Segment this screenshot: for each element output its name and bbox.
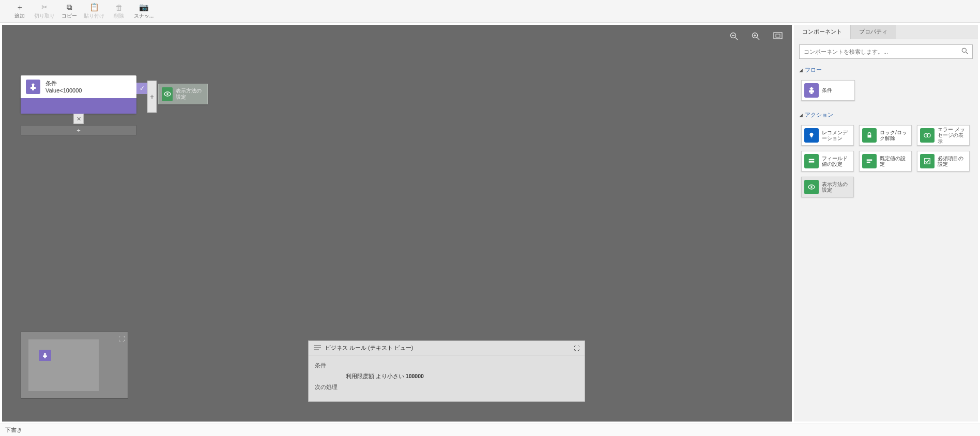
visibility-icon (162, 87, 173, 101)
tab-properties[interactable]: プロパティ (850, 25, 896, 39)
condition-text: 条件 Value<100000 (45, 80, 82, 95)
comp-lock[interactable]: ロック/ロック解除 (859, 125, 912, 146)
zoom-out-icon[interactable] (730, 32, 738, 42)
comp-default-label: 既定値の設定 (880, 155, 909, 167)
rule-op: より小さい (376, 373, 404, 379)
action-node-visibility[interactable]: 表示方法の設定 (158, 84, 208, 104)
triangle-down-icon: ◢ (799, 68, 803, 73)
svg-point-14 (962, 48, 966, 52)
svg-point-10 (166, 93, 169, 95)
search-box[interactable] (799, 44, 973, 59)
comp-condition[interactable]: 条件 (801, 80, 855, 101)
comp-condition-label: 条件 (822, 87, 832, 94)
canvas[interactable]: 条件 Value<100000 ✓ + 表示方法の設定 ✕ + ⛶ (2, 25, 792, 422)
zoom-in-icon[interactable] (752, 32, 760, 42)
paste-button[interactable]: 📋 貼り付け (82, 1, 106, 22)
comp-required[interactable]: 必須項目の設定 (917, 151, 970, 172)
svg-line-15 (966, 52, 968, 54)
svg-point-18 (927, 134, 930, 137)
svg-rect-8 (776, 34, 780, 37)
add-button[interactable]: ＋ 追加 (7, 1, 32, 22)
delete-button[interactable]: 🗑 削除 (106, 1, 131, 22)
condition-head: 条件 Value<100000 (21, 75, 136, 98)
plus-icon: ＋ (16, 3, 24, 12)
add-connector[interactable]: + (147, 81, 157, 113)
text-view-icon (314, 345, 321, 352)
status-text: 下書き (5, 426, 22, 434)
comp-lock-label: ロック/ロック解除 (880, 130, 909, 142)
main: 条件 Value<100000 ✓ + 表示方法の設定 ✕ + ⛶ (0, 23, 980, 424)
condition-action-bar[interactable] (21, 98, 136, 114)
text-view-expand-icon[interactable]: ⛶ (574, 345, 579, 351)
add-row-button[interactable]: + (21, 125, 136, 135)
tab-components[interactable]: コンポーネント (794, 25, 850, 39)
default-icon (862, 154, 877, 168)
condition-icon (804, 83, 819, 98)
comp-recommendation-label: レコメンデーション (822, 130, 851, 142)
if-label: 条件 (315, 361, 578, 370)
add-label: 追加 (14, 12, 25, 20)
panel-tabs: コンポーネント プロパティ (794, 25, 978, 39)
action-grid: レコメンデーション ロック/ロック解除 エラー メッセージの表示 フィールド値の… (794, 121, 978, 206)
svg-rect-20 (809, 161, 815, 163)
flow-grid: 条件 (794, 76, 978, 109)
svg-rect-23 (925, 159, 930, 164)
canvas-controls (730, 32, 783, 42)
condition-node[interactable]: 条件 Value<100000 (21, 75, 136, 114)
action-node-label: 表示方法の設定 (176, 88, 204, 100)
eye-icon (804, 180, 819, 194)
snapshot-button[interactable]: 📷 スナッ... (131, 1, 156, 22)
camera-icon: 📷 (139, 3, 149, 12)
condition-icon (26, 80, 40, 94)
lock-icon (862, 128, 877, 143)
comp-recommendation[interactable]: レコメンデーション (801, 125, 854, 146)
comp-error-label: エラー メッセージの表示 (938, 127, 967, 145)
svg-rect-7 (774, 33, 782, 39)
svg-rect-21 (867, 160, 872, 161)
text-view-panel: ビジネス ルール (テキスト ビュー) ⛶ 条件 利用限度額 より小さい 100… (308, 340, 585, 402)
svg-line-4 (757, 38, 760, 40)
minimap-node-icon (39, 350, 51, 361)
rule-field: 利用限度額 (346, 373, 374, 379)
fit-screen-icon[interactable] (773, 32, 783, 42)
category-flow-label: フロー (805, 66, 822, 74)
paste-icon: 📋 (89, 3, 99, 12)
copy-label: コピー (62, 12, 77, 20)
search-input[interactable] (804, 49, 961, 55)
minimap-viewport[interactable] (28, 339, 99, 391)
snap-label: スナッ... (134, 12, 154, 20)
category-action-label: アクション (805, 111, 833, 119)
true-branch-badge[interactable]: ✓ (136, 83, 148, 94)
text-view-header: ビジネス ルール (テキスト ビュー) ⛶ (309, 341, 585, 355)
text-view-title: ビジネス ルール (テキスト ビュー) (325, 344, 414, 352)
copy-button[interactable]: ⧉ コピー (57, 1, 82, 22)
comp-required-label: 必須項目の設定 (938, 155, 967, 167)
comp-visibility[interactable]: 表示方法の設定 (801, 177, 854, 197)
lightbulb-icon (804, 128, 819, 143)
side-panel: コンポーネント プロパティ ◢ フロー 条件 ◢ (794, 25, 978, 422)
delete-label: 削除 (114, 12, 124, 20)
error-icon (920, 128, 935, 143)
check-icon (920, 154, 935, 168)
svg-rect-19 (809, 159, 815, 161)
cut-button[interactable]: ✂ 切り取り (32, 1, 57, 22)
rule-line: 利用限度額 より小さい 100000 (315, 371, 578, 381)
comp-default[interactable]: 既定値の設定 (859, 151, 912, 172)
svg-line-1 (736, 38, 738, 40)
comp-setfield-label: フィールド値の設定 (822, 155, 851, 167)
copy-icon: ⧉ (67, 3, 72, 12)
cut-label: 切り取り (34, 12, 55, 20)
comp-error[interactable]: エラー メッセージの表示 (917, 125, 970, 146)
category-flow[interactable]: ◢ フロー (794, 64, 978, 76)
search-row (794, 39, 978, 64)
minimap-expand-icon[interactable]: ⛶ (118, 335, 125, 342)
false-branch-button[interactable]: ✕ (73, 114, 84, 124)
comp-setfield[interactable]: フィールド値の設定 (801, 151, 854, 172)
triangle-down-icon: ◢ (799, 113, 803, 118)
search-icon[interactable] (961, 48, 968, 56)
scissors-icon: ✂ (41, 3, 48, 12)
category-action[interactable]: ◢ アクション (794, 109, 978, 121)
condition-title: 条件 (45, 80, 82, 87)
minimap[interactable]: ⛶ (21, 332, 128, 399)
form-icon (804, 154, 819, 168)
